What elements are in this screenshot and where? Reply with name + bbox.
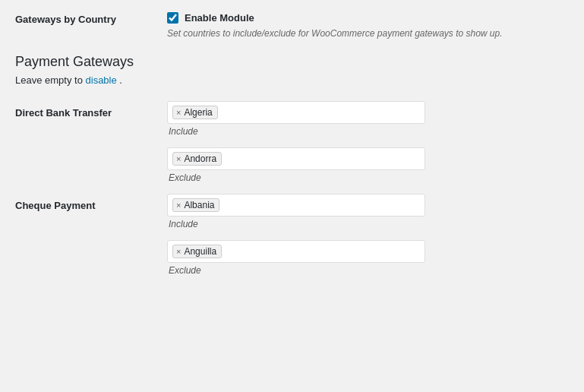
enable-module-label[interactable]: Enable Module xyxy=(185,12,254,24)
gateway-fields-cheque: × Albania Include × Anguilla Exclude xyxy=(167,194,569,286)
tag-anguilla: × Anguilla xyxy=(172,245,222,258)
include-tag-input-direct-bank[interactable]: × Algeria xyxy=(167,101,425,124)
enable-module-checkbox[interactable] xyxy=(167,12,178,24)
tag-andorra: × Andorra xyxy=(172,152,222,166)
gateway-name-cheque: Cheque Payment xyxy=(15,194,167,211)
gateway-row-cheque: Cheque Payment × Albania Include × Angui… xyxy=(15,194,569,286)
exclude-field-group-cheque: × Anguilla Exclude xyxy=(167,240,569,276)
remove-anguilla-icon[interactable]: × xyxy=(176,248,181,256)
exclude-field-group-direct-bank: × Andorra Exclude xyxy=(167,147,569,183)
tag-algeria-label: Algeria xyxy=(184,107,212,118)
tag-algeria: × Algeria xyxy=(172,106,218,119)
include-mode-label-cheque: Include xyxy=(169,219,569,229)
tag-andorra-label: Andorra xyxy=(184,153,216,164)
gateways-by-country-content: Enable Module Set countries to include/e… xyxy=(167,12,569,39)
include-tag-input-cheque[interactable]: × Albania xyxy=(167,194,425,217)
exclude-mode-label-direct-bank: Exclude xyxy=(169,172,569,183)
exclude-mode-label-cheque: Exclude xyxy=(169,265,569,276)
include-field-group-cheque: × Albania Include xyxy=(167,194,569,229)
gateway-fields-direct-bank: × Algeria Include × Andorra Exclude xyxy=(167,101,569,194)
remove-andorra-icon[interactable]: × xyxy=(176,155,181,163)
payment-gateways-title: Payment Gateways xyxy=(15,54,569,70)
remove-albania-icon[interactable]: × xyxy=(176,201,181,210)
leave-empty-prefix: Leave empty to xyxy=(15,74,83,86)
include-field-group-direct-bank: × Algeria Include xyxy=(167,101,569,137)
enable-module-row: Enable Module xyxy=(167,12,569,24)
tag-anguilla-label: Anguilla xyxy=(184,246,216,257)
enable-module-description: Set countries to include/exclude for Woo… xyxy=(167,28,569,39)
tag-albania-label: Albania xyxy=(184,200,214,210)
gateway-row-direct-bank: Direct Bank Transfer × Algeria Include ×… xyxy=(15,101,569,194)
gateway-name-direct-bank: Direct Bank Transfer xyxy=(15,101,167,119)
exclude-tag-input-cheque[interactable]: × Anguilla xyxy=(167,240,425,263)
include-mode-label-direct-bank: Include xyxy=(169,126,569,137)
disable-link[interactable]: disable xyxy=(86,74,117,86)
gateways-by-country-label: Gateways by Country xyxy=(15,12,167,25)
leave-empty-text: Leave empty to disable . xyxy=(15,74,569,86)
leave-empty-suffix: . xyxy=(119,74,122,86)
tag-albania: × Albania xyxy=(172,198,219,212)
remove-algeria-icon[interactable]: × xyxy=(176,109,181,117)
payment-gateways-section: Payment Gateways Leave empty to disable … xyxy=(15,54,569,286)
gateways-by-country-row: Gateways by Country Enable Module Set co… xyxy=(15,12,569,39)
exclude-tag-input-direct-bank[interactable]: × Andorra xyxy=(167,147,425,170)
